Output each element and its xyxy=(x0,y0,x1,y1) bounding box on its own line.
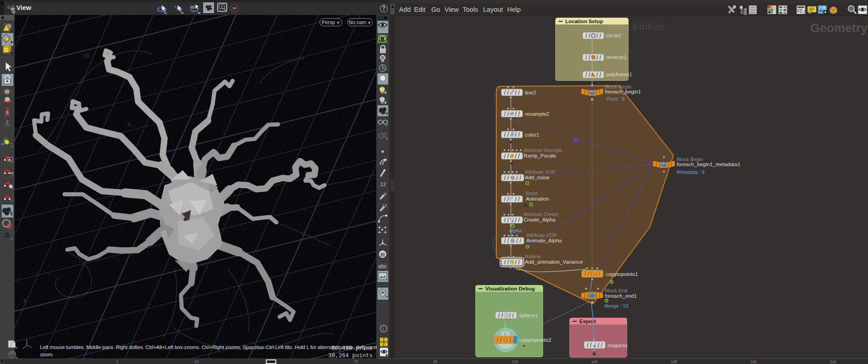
svg-text:.12: .12 xyxy=(379,182,386,187)
svg-text:5: 5 xyxy=(24,298,26,304)
svg-text:i: i xyxy=(383,326,384,331)
svg-text:abc: abc xyxy=(378,263,387,270)
svg-text:12: 12 xyxy=(382,203,387,208)
